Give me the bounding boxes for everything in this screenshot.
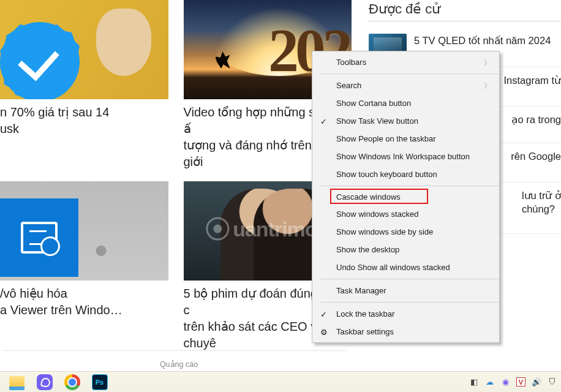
photos-app-icon [21,222,58,254]
watermark: uantrimon [206,217,329,241]
ctx-ink[interactable]: Show Windows Ink Workspace button [313,148,499,165]
ctx-undo[interactable]: Undo Show all windows stacked [313,258,499,276]
ctx-stacked[interactable]: Show windows stacked [313,205,499,223]
tray-v-icon[interactable]: V [516,377,525,386]
separator [320,302,499,303]
ctx-cortana[interactable]: Show Cortana button [313,94,499,112]
ctx-taskbar-settings[interactable]: ⚙ Taskbar settings [313,323,499,341]
viber-icon[interactable] [36,374,53,390]
chevron-right-icon: 〉 [484,57,491,67]
ctx-taskview[interactable]: ✓ Show Task View button [313,112,499,130]
system-tray: ◧ ☁ ◉ V 🔊 ⛉ [469,377,557,386]
photoshop-icon[interactable]: Ps [91,374,108,390]
ctx-side-by-side[interactable]: Show windows side by side [313,223,499,241]
article-card[interactable]: /vô hiệu hóa a Viewer trên Windo… [0,181,168,352]
article-thumbnail[interactable] [0,181,168,281]
separator [320,74,499,74]
article-title[interactable]: /vô hiệu hóa a Viewer trên Windo… [0,285,168,318]
sidebar-item-title[interactable]: rên Google [511,149,561,176]
ad-label: Quảng cáo [0,351,358,371]
sidebar-item-title[interactable]: lưu trữ ở chúng? [522,189,561,227]
volume-icon[interactable]: 🔊 [531,377,541,386]
ctx-lock-taskbar[interactable]: ✓ Lock the taskbar [313,305,499,323]
tray-shield-icon[interactable]: ⛉ [547,377,557,386]
articles-grid: n 70% giá trị sau 14 usk 202 Video tổng … [0,0,358,352]
gear-icon: ⚙ [320,327,328,336]
ctx-people[interactable]: Show People on the taskbar [313,130,499,148]
file-explorer-icon[interactable] [9,374,25,390]
taskbar-context-menu: Toolbars 〉 Search 〉 Show Cortana button … [312,51,500,343]
taskbar[interactable]: Ps ◧ ☁ ◉ V 🔊 ⛉ [0,371,561,392]
separator [320,186,499,186]
sidebar-item-title[interactable]: Instagram từ [503,74,561,100]
tray-viber-icon[interactable]: ◉ [500,377,511,386]
sidebar-item-title[interactable]: ạo ra trong [511,113,561,137]
taskbar-pinned: Ps [9,374,108,390]
ctx-show-desktop[interactable]: Show the desktop [313,241,499,258]
tray-cloud-icon[interactable]: ☁ [484,377,495,386]
article-thumbnail[interactable] [0,0,168,99]
ctx-touch[interactable]: Show touch keyboard button [313,165,499,183]
tray-app-icon[interactable]: ◧ [469,377,479,386]
chrome-icon[interactable] [64,374,80,390]
ctx-task-manager[interactable]: Task Manager [313,282,499,300]
ctx-cascade-windows[interactable]: Cascade windows [313,189,499,205]
article-title[interactable]: n 70% giá trị sau 14 usk [0,104,168,137]
ctx-search[interactable]: Search 〉 [313,77,499,94]
article-card[interactable]: n 70% giá trị sau 14 usk [0,0,168,170]
separator [320,279,499,279]
chevron-right-icon: 〉 [484,80,491,91]
check-icon: ✓ [320,309,327,318]
check-icon: ✓ [320,116,327,126]
lightbulb-icon [206,217,229,241]
sidebar-header: Được đề cử [369,0,561,21]
ctx-toolbars[interactable]: Toolbars 〉 [313,53,499,71]
